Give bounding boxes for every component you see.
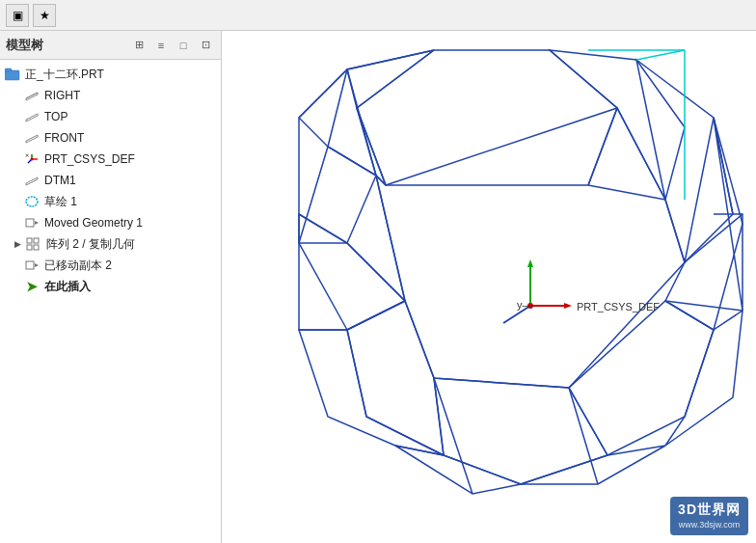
watermark: 3D世界网 www.3dsjw.com <box>670 497 748 535</box>
tree-item-csys[interactable]: ✕ PRT_CSYS_DEF <box>0 149 221 170</box>
svg-text:y—: y— <box>517 299 533 311</box>
watermark-url: www.3dsjw.com <box>678 519 741 531</box>
tree-item-right[interactable]: RIGHT <box>0 85 221 106</box>
sidebar-header: 模型树 ⊞ ≡ □ ⊡ <box>0 31 221 60</box>
svg-rect-17 <box>27 245 32 250</box>
plane-icon-front <box>23 129 40 147</box>
csys-icon: ✕ <box>23 150 40 168</box>
top-label: TOP <box>44 110 68 123</box>
expand-arrow-pattern[interactable]: ▶ <box>12 238 23 250</box>
insert-icon: ➤ <box>23 278 40 295</box>
svg-marker-14 <box>35 221 39 225</box>
svg-marker-20 <box>35 263 39 267</box>
pattern-icon <box>25 235 42 253</box>
watermark-title: 3D世界网 <box>678 501 741 520</box>
tree-item-moved2[interactable]: 已移动副本 2 <box>0 255 221 276</box>
svg-marker-11 <box>26 177 38 185</box>
tree-icon-list[interactable]: ≡ <box>151 36 171 55</box>
svg-rect-19 <box>26 261 34 269</box>
tree-item-front[interactable]: FRONT <box>0 127 221 149</box>
plane-icon-right <box>23 87 40 104</box>
moved1-label: Moved Geometry 1 <box>44 216 143 230</box>
svg-marker-4 <box>26 114 38 122</box>
tree-item-dtm1[interactable]: DTM1 <box>0 170 221 191</box>
plane-icon-top <box>23 108 40 125</box>
sketch1-label: 草绘 1 <box>44 194 77 210</box>
moved-copy-icon <box>23 257 40 274</box>
tree-item-pattern[interactable]: ▶ 阵列 2 / 复制几何 <box>0 233 221 255</box>
moved2-label: 已移动副本 2 <box>44 258 112 274</box>
svg-rect-21 <box>222 31 756 543</box>
pattern-label: 阵列 2 / 复制几何 <box>46 236 135 253</box>
svg-rect-13 <box>26 219 34 227</box>
toolbar-btn-1[interactable]: ▣ <box>6 4 29 27</box>
toolbar-btn-2[interactable]: ★ <box>33 4 56 27</box>
tree-item-insert[interactable]: ➤ 在此插入 <box>0 276 221 297</box>
sidebar-header-icons: ⊞ ≡ □ ⊡ <box>129 36 215 55</box>
content-area: 模型树 ⊞ ≡ □ ⊡ 正_十二环.PRT <box>0 31 756 543</box>
svg-rect-18 <box>34 245 39 250</box>
folder-icon <box>4 66 21 83</box>
right-label: RIGHT <box>44 89 80 102</box>
svg-point-12 <box>26 197 38 206</box>
csys-viewport-label: PRT_CSYS_DEF <box>577 301 660 312</box>
root-label: 正_十二环.PRT <box>25 67 104 83</box>
tree-item-moved1[interactable]: Moved Geometry 1 <box>0 212 221 233</box>
dtm1-icon <box>23 172 40 189</box>
svg-marker-5 <box>26 135 38 143</box>
tree-icon-options[interactable]: ⊡ <box>196 36 215 55</box>
insert-label: 在此插入 <box>44 279 91 295</box>
dtm1-label: DTM1 <box>44 174 76 187</box>
svg-rect-0 <box>5 70 19 80</box>
tree-item-sketch1[interactable]: 草绘 1 <box>0 191 221 212</box>
tree-icon-filter[interactable]: □ <box>174 36 193 55</box>
main-container: ▣ ★ 模型树 ⊞ ≡ □ ⊡ <box>0 0 756 543</box>
svg-rect-16 <box>34 238 39 243</box>
moved-geom-icon <box>23 214 40 231</box>
tree-icon-settings[interactable]: ⊞ <box>129 36 148 55</box>
model-svg: y— PRT_CSYS_DEF <box>222 31 756 543</box>
sidebar-title: 模型树 <box>6 37 123 54</box>
tree-area: 正_十二环.PRT RIGHT <box>0 60 221 543</box>
toolbar-top: ▣ ★ <box>0 0 756 31</box>
sketch-icon <box>23 193 40 210</box>
front-label: FRONT <box>44 131 84 145</box>
tree-item-root[interactable]: 正_十二环.PRT <box>0 64 221 85</box>
svg-rect-15 <box>27 238 32 243</box>
svg-text:✕: ✕ <box>25 152 29 158</box>
svg-rect-1 <box>5 68 12 71</box>
viewport: y— PRT_CSYS_DEF 3D世界网 www.3dsjw.com <box>222 31 756 543</box>
tree-item-top[interactable]: TOP <box>0 106 221 127</box>
svg-point-9 <box>31 158 34 161</box>
sidebar: 模型树 ⊞ ≡ □ ⊡ 正_十二环.PRT <box>0 31 222 543</box>
csys-label: PRT_CSYS_DEF <box>44 152 135 166</box>
